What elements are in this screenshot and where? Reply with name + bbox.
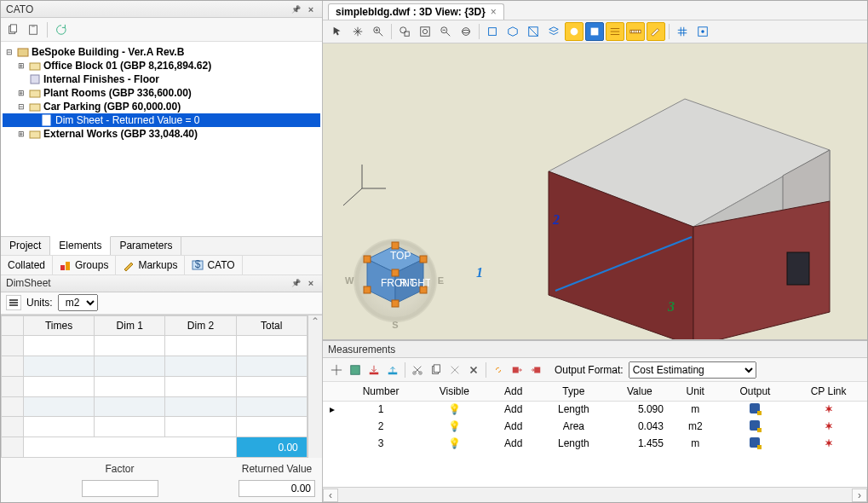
tab-project[interactable]: Project <box>1 237 50 255</box>
col-cplink[interactable]: CP Link <box>790 382 867 401</box>
output-icon[interactable] <box>750 420 760 431</box>
grid-icon[interactable] <box>673 22 692 41</box>
horizontal-scrollbar[interactable]: ‹ › <box>323 487 867 502</box>
tree-node-finishes[interactable]: ⊞ Internal Finishes - Floor <box>3 72 320 86</box>
highlight-toggle-icon[interactable] <box>565 22 583 41</box>
zoom-extents-icon[interactable] <box>416 22 434 41</box>
measurements-grid[interactable]: Number Visible Add Type Value Unit Outpu… <box>323 382 867 487</box>
dimsheet-total[interactable]: 0.00 <box>236 437 307 458</box>
shade-toggle-icon[interactable] <box>585 22 604 41</box>
tool-cut-icon[interactable] <box>409 361 426 379</box>
zoom-out-icon[interactable] <box>436 22 455 41</box>
tree-node-parking[interactable]: ⊟ Car Parking (GBP 60,000.00) <box>3 100 320 113</box>
refresh-icon[interactable] <box>53 21 70 38</box>
tree-root[interactable]: ⊟ BeSpoke Building - Ver.A Rev.B <box>3 45 320 59</box>
tree-node-office[interactable]: ⊞ Office Block 01 (GBP 8,216,894.62) <box>3 59 320 72</box>
tool-crosshair-icon[interactable] <box>328 361 345 379</box>
copy-icon[interactable] <box>4 21 21 38</box>
pin-icon[interactable] <box>290 3 302 15</box>
pointer-icon[interactable] <box>328 22 347 41</box>
close-tab-icon[interactable]: × <box>491 6 497 18</box>
layers-icon[interactable] <box>544 22 563 41</box>
tab-parameters[interactable]: Parameters <box>111 237 181 255</box>
lightbulb-icon[interactable]: 💡 <box>448 437 461 449</box>
lightbulb-icon[interactable]: 💡 <box>448 420 461 432</box>
view-cube[interactable]: S E W FR <box>348 234 442 327</box>
3d-viewport[interactable]: 1 2 3 S E W <box>323 43 867 340</box>
settings-icon[interactable] <box>693 22 712 41</box>
units-select[interactable]: m2 <box>58 294 98 311</box>
document-tab[interactable]: simplebldg.dwf : 3D View: {3D} × <box>328 3 504 20</box>
cell-add: Add <box>488 401 538 418</box>
expand-icon[interactable]: ⊞ <box>16 88 26 98</box>
wireframe-icon[interactable] <box>606 22 624 41</box>
orbit-icon[interactable] <box>457 22 475 41</box>
close-icon[interactable] <box>305 277 317 289</box>
tool-cut2-icon[interactable] <box>446 361 463 379</box>
vertical-scrollbar[interactable]: ⌃ <box>308 315 322 459</box>
strip-collated[interactable]: Collated <box>1 256 53 275</box>
expand-icon[interactable]: ⊞ <box>16 129 26 139</box>
pin-icon[interactable] <box>290 277 302 289</box>
cplink-remove-icon[interactable]: ✶ <box>825 420 833 432</box>
list-icon[interactable] <box>6 295 21 310</box>
cplink-remove-icon[interactable]: ✶ <box>825 437 833 449</box>
tool-recv-icon[interactable] <box>527 361 544 379</box>
col-dim1[interactable]: Dim 1 <box>95 315 165 336</box>
zoom-in-icon[interactable] <box>369 22 388 41</box>
measurement-row[interactable]: 2 💡 Add Area 0.043 m2 ✶ <box>323 418 867 435</box>
tree-node-plant[interactable]: ⊞ Plant Rooms (GBP 336,600.00) <box>3 86 320 100</box>
strip-markups[interactable]: Markups <box>116 256 185 275</box>
col-total[interactable]: Total <box>236 315 307 336</box>
col-output[interactable]: Output <box>721 382 790 401</box>
view-front-icon[interactable] <box>483 22 502 41</box>
svg-rect-4 <box>18 49 28 56</box>
strip-groups[interactable]: Groups <box>53 256 116 275</box>
scroll-right-icon[interactable]: › <box>852 489 867 502</box>
col-number[interactable]: Number <box>342 382 420 401</box>
tab-elements[interactable]: Elements <box>50 236 111 255</box>
view-iso-icon[interactable] <box>503 22 522 41</box>
col-dim2[interactable]: Dim 2 <box>165 315 236 336</box>
returned-value-input[interactable] <box>239 480 315 497</box>
strip-cato[interactable]: $ CATO <box>185 256 242 275</box>
project-tree[interactable]: ⊟ BeSpoke Building - Ver.A Rev.B ⊞ Offic… <box>1 42 322 236</box>
tool-export-icon[interactable] <box>384 361 401 379</box>
col-unit[interactable]: Unit <box>670 382 721 401</box>
cube-icon[interactable]: FRONT RIGHT TOP <box>360 240 430 310</box>
tree-node-external[interactable]: ⊞ External Works (GBP 33,048.40) <box>3 127 320 141</box>
measurement-row[interactable]: 3 💡 Add Length 1.455 m ✶ <box>323 435 867 452</box>
dimsheet-table[interactable]: Times Dim 1 Dim 2 Total 0.00 <box>1 315 308 459</box>
cplink-remove-icon[interactable]: ✶ <box>825 403 833 415</box>
measurement-row[interactable]: ▸ 1 💡 Add Length 5.090 m ✶ <box>323 401 867 418</box>
collapse-icon[interactable]: ⊟ <box>16 101 26 112</box>
scroll-left-icon[interactable]: ‹ <box>323 489 338 502</box>
tree-node-dimsheet-selected[interactable]: Dim Sheet - Returned Value = 0 <box>3 113 320 127</box>
tool-delete-icon[interactable] <box>465 361 482 379</box>
factor-input[interactable] <box>82 480 158 497</box>
paste-icon[interactable] <box>25 21 42 38</box>
tool-send-icon[interactable] <box>509 361 526 379</box>
tool-import-icon[interactable] <box>365 361 382 379</box>
expand-icon[interactable]: ⊞ <box>16 61 26 71</box>
output-icon[interactable] <box>750 437 760 448</box>
zoom-window-icon[interactable] <box>395 22 414 41</box>
col-visible[interactable]: Visible <box>420 382 488 401</box>
tool-copy-icon[interactable] <box>428 361 445 379</box>
tool-link-icon[interactable] <box>490 361 507 379</box>
lightbulb-icon[interactable]: 💡 <box>448 403 461 415</box>
col-type[interactable]: Type <box>538 382 609 401</box>
col-value[interactable]: Value <box>609 382 670 401</box>
close-icon[interactable] <box>305 3 317 15</box>
col-times[interactable]: Times <box>24 315 95 336</box>
tool-save-icon[interactable] <box>347 361 364 379</box>
col-add[interactable]: Add <box>488 382 538 401</box>
output-icon[interactable] <box>750 403 760 413</box>
output-format-select[interactable]: Cost Estimating <box>629 361 756 379</box>
pan-icon[interactable] <box>348 22 367 41</box>
dimsheet-grid[interactable]: Times Dim 1 Dim 2 Total 0.00 ⌃ <box>1 315 322 503</box>
edit-icon[interactable] <box>647 22 665 41</box>
measure-icon[interactable] <box>626 22 645 41</box>
collapse-icon[interactable]: ⊟ <box>4 47 14 57</box>
section-icon[interactable] <box>524 22 543 41</box>
